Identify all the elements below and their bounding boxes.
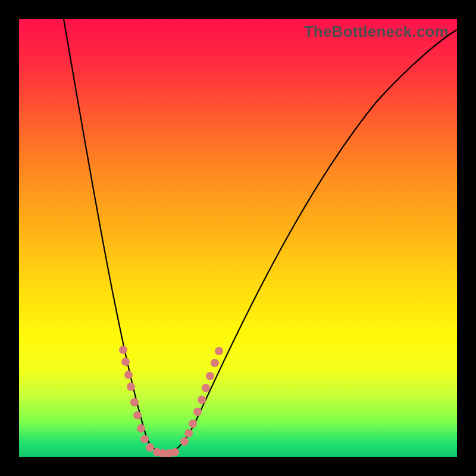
data-dot bbox=[133, 411, 142, 419]
data-dot bbox=[171, 448, 179, 456]
data-dot bbox=[193, 408, 202, 416]
data-dot bbox=[189, 419, 197, 428]
data-dot bbox=[140, 435, 149, 443]
data-dot bbox=[124, 371, 133, 379]
data-dot bbox=[198, 396, 206, 404]
curve-layer bbox=[19, 19, 457, 457]
data-dot bbox=[137, 424, 145, 433]
data-dot bbox=[180, 437, 189, 446]
data-dot bbox=[206, 372, 214, 380]
plot-area: TheBottleneck.com bbox=[19, 19, 457, 457]
data-dot bbox=[202, 384, 210, 392]
chart-frame: TheBottleneck.com bbox=[0, 0, 476, 476]
dots-group bbox=[119, 346, 223, 457]
data-dot bbox=[211, 359, 219, 367]
data-dot bbox=[121, 358, 130, 366]
data-dot bbox=[130, 398, 139, 406]
left-curve bbox=[64, 19, 167, 453]
data-dot bbox=[119, 346, 127, 354]
data-dot bbox=[127, 383, 135, 391]
data-dot bbox=[215, 347, 223, 355]
data-dot bbox=[184, 429, 193, 437]
right-curve bbox=[167, 30, 457, 453]
data-dot bbox=[146, 443, 154, 452]
